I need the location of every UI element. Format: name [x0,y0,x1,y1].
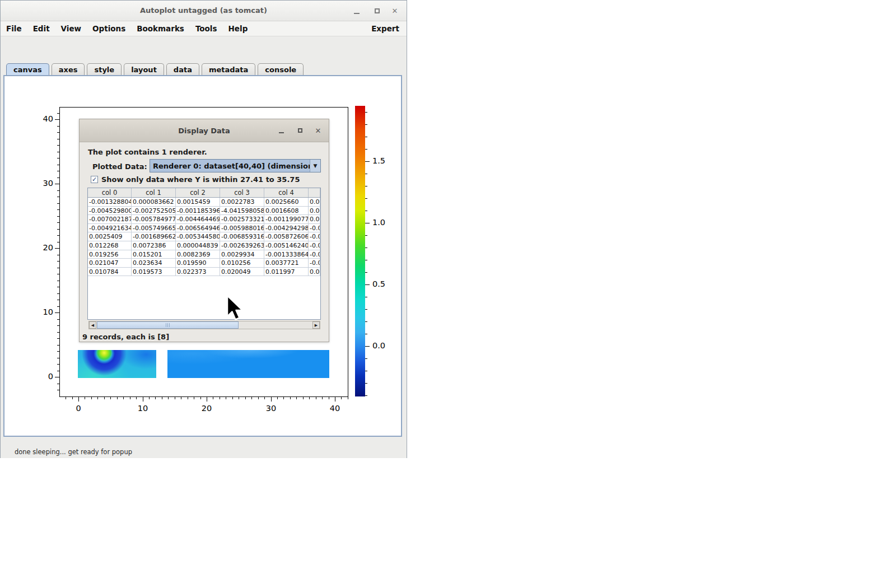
table-cell[interactable]: 0.00 [309,215,320,223]
table-cell[interactable]: -0.001199077... [264,215,309,223]
table-cell[interactable]: -0.005344580... [176,232,220,241]
heatmap-strip-left[interactable] [78,350,156,378]
window-close-button[interactable]: ✕ [389,6,401,16]
dialog-titlebar[interactable]: Display Data ✕ [80,119,329,142]
table-cell[interactable]: -0.0 [309,250,320,259]
table-row[interactable]: -0.004921634...-0.005749665...-0.0065649… [88,224,320,233]
table-cell[interactable]: 0.0015459 [176,198,220,206]
table-cell[interactable]: 0.0037721 [264,259,309,267]
scrollbar-right-button[interactable]: ▶ [312,321,320,329]
table-cell[interactable]: -0.002573321... [220,215,264,223]
table-cell[interactable]: 0.0022783 [220,198,264,206]
table-cell[interactable]: 0.00 [309,268,320,276]
table-cell[interactable]: -0.005988016... [220,224,264,232]
table-cell[interactable]: -0.005146240... [264,241,309,250]
table-cell[interactable]: 0.019573 [132,268,176,276]
table-cell[interactable]: 0.023634 [132,259,176,267]
table-cell[interactable]: -0.004464469... [176,215,220,223]
table-row[interactable]: 0.0210470.0236340.0195900.0102560.003772… [88,259,320,268]
table-cell[interactable]: -0.005872606... [264,232,309,241]
table-cell[interactable]: -4.041598058... [220,207,264,215]
table-cell[interactable]: -0.001185396... [176,207,220,215]
dialog-minimize-button[interactable] [276,125,287,136]
table-cell[interactable]: 0.015201 [132,250,176,259]
table-header-cell[interactable] [309,188,320,197]
table-cell[interactable]: 0.000083662 [132,198,176,206]
table-cell[interactable]: -0.005784977... [132,215,176,223]
table-cell[interactable]: 0.000044839 [176,241,220,250]
table-row[interactable]: 0.0192560.0152010.00823690.0029934-0.001… [88,250,320,259]
menu-tools[interactable]: Tools [190,24,223,33]
tab-data[interactable]: data [166,63,199,75]
table-cell[interactable]: -0.0 [309,241,320,250]
table-horizontal-scrollbar[interactable]: ◀ ▶ [88,321,320,329]
table-cell[interactable]: 0.010784 [88,268,132,276]
table-cell[interactable]: 0.022373 [176,268,220,276]
window-maximize-button[interactable] [371,6,383,16]
scrollbar-left-button[interactable]: ◀ [89,321,96,329]
tab-axes[interactable]: axes [52,63,85,75]
table-cell[interactable]: 0.010256 [220,259,264,267]
colorbar[interactable] [355,106,365,396]
table-cell[interactable]: -0.004294298... [264,224,309,232]
table-header-cell[interactable]: col 0 [88,188,132,197]
tab-metadata[interactable]: metadata [202,63,255,75]
table-cell[interactable]: -0.0 [309,259,320,267]
table-cell[interactable]: -0.005749665... [132,224,176,232]
window-titlebar[interactable]: Autoplot untagged (as tomcat) ✕ [1,1,407,21]
table-cell[interactable]: 0.0025409 [88,232,132,241]
table-cell[interactable]: -0.006859316... [220,232,264,241]
table-cell[interactable]: 0.0016608 [264,207,309,215]
table-cell[interactable]: -0.007002187... [88,215,132,223]
table-cell[interactable]: -0.002639263... [220,241,264,250]
table-row[interactable]: 0.0107840.0195730.0223730.0200490.011997… [88,268,320,277]
tab-style[interactable]: style [87,63,122,75]
combobox-arrow-button[interactable]: ▼ [310,160,320,172]
table-row[interactable]: -0.004529800...-0.002752505...-0.0011853… [88,207,320,216]
scrollbar-thumb[interactable] [97,321,239,329]
table-row[interactable]: -0.001328804...0.0000836620.00154590.002… [88,198,320,207]
table-row[interactable]: 0.0122680.00723860.000044839-0.002639263… [88,241,320,250]
heatmap-strip-right[interactable] [167,350,329,378]
table-cell[interactable]: -0.004921634... [88,224,132,232]
table-cell[interactable]: -0.001689662... [132,232,176,241]
filter-checkbox[interactable]: ✓ [91,176,98,183]
menu-options[interactable]: Options [87,24,131,33]
menu-bookmarks[interactable]: Bookmarks [131,24,190,33]
table-cell[interactable]: 0.00 [309,207,320,215]
table-cell[interactable]: -0.0 [309,232,320,241]
menu-expert[interactable]: Expert [364,24,407,33]
dialog-maximize-button[interactable] [295,125,306,136]
plotted-data-combobox[interactable]: Renderer 0: dataset[40,40] (dimension...… [150,159,321,172]
tab-console[interactable]: console [258,63,304,75]
table-cell[interactable]: 0.0072386 [132,241,176,250]
table-cell[interactable]: 0.00 [309,198,320,206]
menu-view[interactable]: View [55,24,87,33]
table-header-cell[interactable]: col 2 [176,188,220,197]
table-cell[interactable]: -0.006564946... [176,224,220,232]
menu-edit[interactable]: Edit [27,24,55,33]
menu-help[interactable]: Help [223,24,254,33]
table-cell[interactable]: 0.0029934 [220,250,264,259]
table-cell[interactable]: -0.001328804... [88,198,132,206]
table-cell[interactable]: 0.019256 [88,250,132,259]
table-cell[interactable]: 0.020049 [220,268,264,276]
table-cell[interactable]: 0.0025660 [264,198,309,206]
tab-layout[interactable]: layout [124,63,164,75]
table-header-cell[interactable]: col 4 [264,188,309,197]
data-table[interactable]: col 0col 1col 2col 3col 4 -0.001328804..… [87,188,321,320]
menu-file[interactable]: File [1,24,27,33]
table-cell[interactable]: -0.0 [309,224,320,232]
table-header-cell[interactable]: col 3 [220,188,264,197]
table-row[interactable]: 0.0025409-0.001689662...-0.005344580...-… [88,232,320,241]
table-cell[interactable]: 0.019590 [176,259,220,267]
table-cell[interactable]: -0.004529800... [88,207,132,215]
table-cell[interactable]: 0.012268 [88,241,132,250]
tab-canvas[interactable]: canvas [6,63,49,75]
table-header-cell[interactable]: col 1 [132,188,176,197]
dialog-close-button[interactable]: ✕ [312,125,324,136]
table-cell[interactable]: 0.0082369 [176,250,220,259]
window-minimize-button[interactable] [351,6,363,16]
table-cell[interactable]: -0.001333864... [264,250,309,259]
table-row[interactable]: -0.007002187...-0.005784977...-0.0044644… [88,215,320,224]
